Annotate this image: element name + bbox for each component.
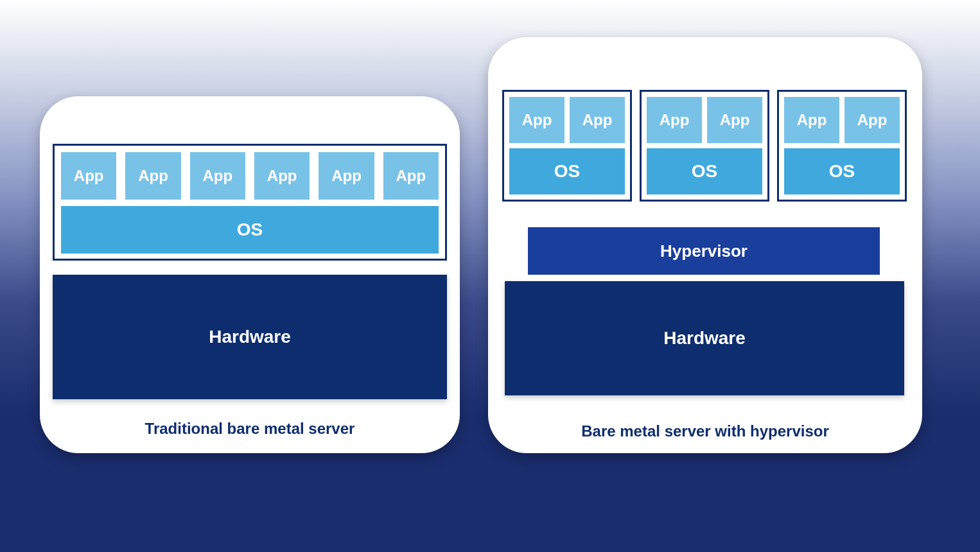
vm-app-row: App App	[647, 97, 762, 143]
vm-box: App App OS	[640, 90, 769, 202]
vm-app-row: App App	[784, 97, 900, 143]
app-block: App	[844, 97, 900, 143]
app-block: App	[61, 152, 116, 200]
traditional-server-card: App App App App App App OS Hardware Trad…	[40, 96, 460, 453]
os-block: OS	[647, 148, 762, 194]
vm-box: App App OS	[502, 90, 632, 202]
app-block: App	[647, 97, 702, 143]
app-block: App	[125, 152, 180, 200]
app-block: App	[784, 97, 839, 143]
app-row: App App App App App App	[61, 152, 439, 200]
app-block: App	[509, 97, 564, 143]
hardware-block: Hardware	[53, 275, 447, 399]
app-block: App	[707, 97, 762, 143]
hypervisor-caption: Bare metal server with hypervisor	[488, 422, 922, 440]
os-apps-frame: App App App App App App OS	[53, 144, 447, 261]
vm-row: App App OS App App OS App App OS	[502, 90, 907, 202]
vm-app-row: App App	[509, 97, 625, 143]
os-block: OS	[61, 206, 439, 254]
traditional-caption: Traditional bare metal server	[40, 420, 460, 438]
vm-box: App App OS	[777, 90, 907, 202]
app-block: App	[383, 152, 439, 200]
hardware-block: Hardware	[505, 281, 904, 395]
hypervisor-server-card: App App OS App App OS App App OS Hypervi…	[488, 37, 922, 453]
hypervisor-block: Hypervisor	[528, 227, 880, 275]
os-block: OS	[509, 148, 625, 194]
app-block: App	[570, 97, 625, 143]
app-block: App	[190, 152, 245, 200]
os-block: OS	[784, 148, 900, 194]
app-block: App	[254, 152, 310, 200]
app-block: App	[319, 152, 374, 200]
